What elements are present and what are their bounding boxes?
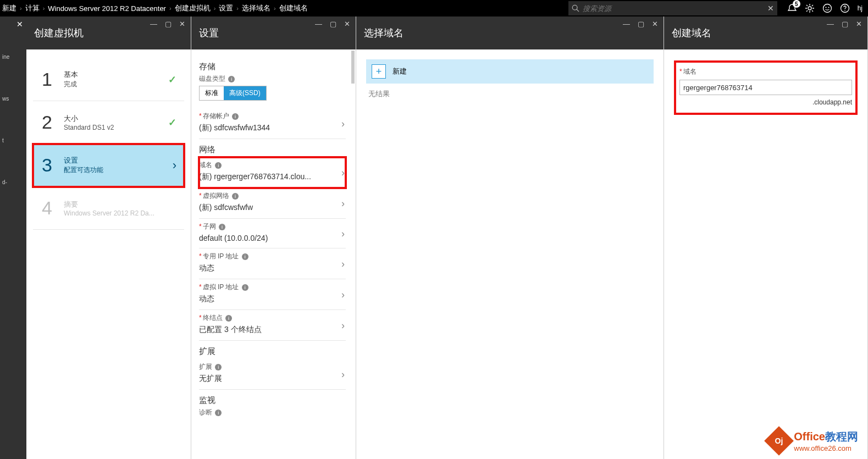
close-icon[interactable]: ✕ <box>179 20 185 28</box>
blade-settings: 设置 — ▢ ✕ 存储 磁盘类型 i 标准 高级(SSD) *存储帐户 i (新… <box>191 16 356 459</box>
chevron-right-icon: › <box>341 228 345 239</box>
chevron-right-icon: › <box>341 368 345 380</box>
field-extensions[interactable]: 扩展 i 无扩展 › <box>199 359 346 390</box>
info-icon[interactable]: i <box>232 193 239 200</box>
blade-create-domain: 创建域名 — ▢ ✕ *域名 .cloudapp.net <box>664 16 868 459</box>
close-icon[interactable]: ✕ <box>652 20 658 28</box>
chevron-right-icon: › <box>341 197 345 209</box>
blade-create-vm: 创建虚拟机 — ▢ ✕ 1 基本完成 2 大小Standard DS1 v2 3 <box>26 16 191 459</box>
feedback-icon[interactable] <box>822 3 832 13</box>
info-icon[interactable]: i <box>242 253 248 260</box>
maximize-icon[interactable]: ▢ <box>165 20 172 28</box>
breadcrumb-item[interactable]: 选择域名 <box>242 3 270 13</box>
section-network: 网络 <box>199 145 353 155</box>
search-box[interactable]: ✕ <box>568 1 777 15</box>
breadcrumb: 新建› 计算› Windows Server 2012 R2 Datacente… <box>2 3 568 13</box>
top-bar: 新建› 计算› Windows Server 2012 R2 Datacente… <box>0 0 868 16</box>
info-icon[interactable]: i <box>215 364 222 370</box>
chevron-right-icon: › <box>20 5 22 12</box>
new-domain-button[interactable]: + 新建 <box>366 59 654 84</box>
new-label: 新建 <box>392 67 407 76</box>
left-nav-strip: ✕ ine ws t d- <box>0 16 26 459</box>
close-icon[interactable]: ✕ <box>856 20 862 28</box>
maximize-icon[interactable]: ▢ <box>842 20 848 28</box>
info-icon[interactable]: i <box>219 224 225 230</box>
breadcrumb-item[interactable]: 创建虚拟机 <box>175 3 211 13</box>
svg-line-1 <box>576 9 578 12</box>
minimize-icon[interactable]: — <box>150 20 157 28</box>
watermark-logo-icon <box>764 426 794 456</box>
field-storage-account[interactable]: *存储帐户 i (新) sdfcwsfwfw1344 › <box>199 108 346 139</box>
chevron-right-icon: › <box>214 5 216 12</box>
diagnostics-label: 诊断 i <box>199 408 353 417</box>
breadcrumb-item[interactable]: 新建 <box>2 3 16 13</box>
nav-fragment: t <box>0 136 26 145</box>
chevron-right-icon: › <box>341 167 345 178</box>
breadcrumb-item[interactable]: 创建域名 <box>279 3 308 13</box>
info-icon[interactable]: i <box>232 113 239 120</box>
minimize-icon[interactable]: — <box>623 20 630 28</box>
plus-icon: + <box>372 64 386 79</box>
blade-title: 选择域名 <box>364 26 403 40</box>
info-icon[interactable]: i <box>215 162 222 169</box>
section-extensions: 扩展 <box>199 346 353 357</box>
notifications-icon[interactable]: 5 <box>787 3 797 13</box>
watermark-brand: Office教程网 <box>794 429 858 444</box>
search-icon <box>572 4 579 12</box>
svg-point-5 <box>844 10 845 11</box>
section-storage: 存储 <box>199 62 353 72</box>
top-icons: 5 hj <box>782 3 868 13</box>
help-icon[interactable] <box>840 3 850 13</box>
no-results-label: 无结果 <box>366 89 654 99</box>
maximize-icon[interactable]: ▢ <box>330 20 336 28</box>
scrollbar[interactable] <box>351 51 355 84</box>
info-icon[interactable]: i <box>225 315 232 322</box>
toggle-standard[interactable]: 标准 <box>200 86 224 100</box>
blade-header: 选择域名 — ▢ ✕ <box>356 16 664 49</box>
nav-fragment: d- <box>0 178 26 187</box>
breadcrumb-item[interactable]: 设置 <box>219 3 233 13</box>
close-icon[interactable]: ✕ <box>16 20 23 29</box>
field-private-ip[interactable]: *专用 IP 地址 i 动态 › <box>199 248 346 279</box>
blade-header: 创建域名 — ▢ ✕ <box>664 16 867 49</box>
chevron-right-icon: › <box>43 5 45 12</box>
step-settings[interactable]: 3 设置配置可选功能 <box>33 144 184 187</box>
step-basic[interactable]: 1 基本完成 <box>33 58 184 101</box>
step-size[interactable]: 2 大小Standard DS1 v2 <box>33 101 184 144</box>
disk-type-label: 磁盘类型 i <box>199 74 353 84</box>
field-subnet[interactable]: *子网 i default (10.0.0.0/24) › <box>199 219 346 248</box>
watermark-url: www.office26.com <box>794 444 858 452</box>
user-label[interactable]: hj <box>858 4 863 12</box>
close-icon[interactable]: ✕ <box>344 20 350 28</box>
breadcrumb-item[interactable]: Windows Server 2012 R2 Datacenter <box>48 4 166 13</box>
blade-header: 创建虚拟机 — ▢ ✕ <box>26 16 191 49</box>
info-icon[interactable]: i <box>215 410 222 416</box>
maximize-icon[interactable]: ▢ <box>638 20 644 28</box>
search-input[interactable] <box>583 4 767 13</box>
blade-header: 设置 — ▢ ✕ <box>191 16 356 49</box>
field-domain[interactable]: 域名 i (新) rgergerger768763714.clou... › <box>199 157 346 188</box>
section-monitor: 监视 <box>199 395 353 406</box>
chevron-right-icon: › <box>341 319 345 331</box>
field-endpoints[interactable]: *终结点 i 已配置 3 个终结点 › <box>199 310 346 341</box>
disk-type-toggle[interactable]: 标准 高级(SSD) <box>199 86 267 101</box>
info-icon[interactable]: i <box>228 76 235 82</box>
minimize-icon[interactable]: — <box>827 20 834 28</box>
blade-choose-domain: 选择域名 — ▢ ✕ + 新建 无结果 <box>356 16 664 459</box>
step-summary: 4 摘要Windows Server 2012 R2 Da... <box>33 187 184 230</box>
field-virtual-ip[interactable]: *虚拟 IP 地址 i 动态 › <box>199 279 346 310</box>
clear-search-icon[interactable]: ✕ <box>767 4 774 13</box>
info-icon[interactable]: i <box>242 284 248 291</box>
toggle-premium[interactable]: 高级(SSD) <box>224 86 266 100</box>
chevron-right-icon: › <box>169 5 172 12</box>
domain-suffix: .cloudapp.net <box>679 98 852 106</box>
gear-icon[interactable] <box>805 3 815 13</box>
minimize-icon[interactable]: — <box>315 20 322 28</box>
svg-point-3 <box>823 4 831 13</box>
breadcrumb-item[interactable]: 计算 <box>25 3 40 13</box>
blade-title: 创建域名 <box>672 26 711 40</box>
field-vnet[interactable]: *虚拟网络 i (新) sdfcwsfwfw › <box>199 188 346 219</box>
domain-input[interactable] <box>679 80 852 95</box>
blade-title: 创建虚拟机 <box>34 26 84 40</box>
chevron-right-icon: › <box>274 5 276 12</box>
